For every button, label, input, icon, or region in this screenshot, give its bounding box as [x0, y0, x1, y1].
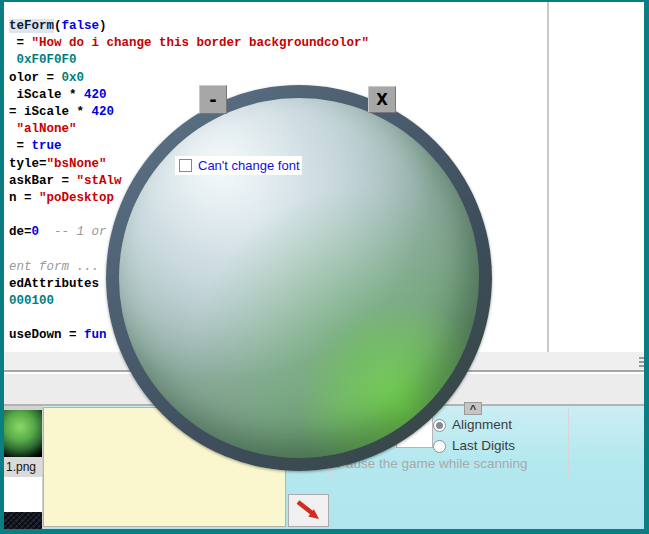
cant-change-font-label: Can't change font — [198, 158, 300, 173]
code-token: "How do i change this border backgroundc… — [32, 36, 370, 50]
code-line: 0xF0F0F0 — [9, 53, 369, 70]
radio-last-digits-label: Last Digits — [452, 438, 515, 453]
thumbnail-filename: 1.png — [4, 457, 42, 477]
font-checkbox-row: Can't change font — [175, 156, 302, 175]
arrow-tool-button[interactable] — [288, 494, 329, 527]
code-token: tyle= — [9, 157, 47, 171]
code-line: = "How do i change this border backgroun… — [9, 36, 369, 53]
code-token: "poDesktop — [39, 191, 114, 205]
app-window: teForm(false) = "How do i change this bo… — [0, 0, 649, 534]
code-token: 420 — [92, 105, 115, 119]
code-token — [39, 225, 54, 239]
code-token: edAttributes — [9, 277, 99, 291]
thumbnail-texture — [4, 512, 42, 529]
cant-change-font-checkbox[interactable] — [179, 159, 192, 172]
code-token: -- 1 or — [54, 225, 107, 239]
minimize-button[interactable]: - — [199, 85, 227, 114]
code-token: fun — [84, 328, 107, 342]
radio-last-digits[interactable] — [433, 440, 446, 453]
code-token: 420 — [84, 88, 107, 102]
window-border-left — [0, 0, 4, 534]
orb-surface — [119, 98, 479, 458]
code-token: true — [32, 139, 62, 153]
editor-splitter[interactable] — [547, 2, 549, 352]
code-token: "bsNone" — [47, 157, 107, 171]
code-token — [9, 53, 17, 67]
window-border-right — [644, 0, 649, 534]
code-token: = iScale * — [9, 105, 92, 119]
collapse-chevron-button[interactable]: ^ — [464, 402, 482, 415]
window-border-bottom — [0, 529, 649, 534]
code-token: "stAlw — [77, 174, 122, 188]
code-token: false — [62, 19, 100, 33]
code-token: askBar = — [9, 174, 77, 188]
code-token: 000100 — [9, 294, 54, 308]
code-token: teForm — [9, 19, 54, 33]
code-token: 0xF0F0F0 — [17, 53, 77, 67]
image-thumbnail[interactable] — [4, 410, 42, 457]
thumbnail-empty-slot — [4, 477, 42, 512]
code-token: useDown = — [9, 328, 84, 342]
radio-selected-dot — [436, 422, 443, 429]
code-token: de= — [9, 225, 32, 239]
code-token: = — [9, 36, 32, 50]
radio-alignment-label: Alignment — [452, 417, 512, 432]
code-token — [9, 122, 17, 136]
code-token: ) — [99, 19, 107, 33]
radio-alignment[interactable] — [433, 419, 446, 432]
code-token: n = — [9, 191, 39, 205]
code-token: olor = — [9, 71, 62, 85]
code-token: ( — [54, 19, 62, 33]
red-arrow-icon — [289, 495, 328, 526]
code-token: ent form ... — [9, 260, 99, 274]
code-line: teForm(false) — [9, 19, 369, 36]
orb-window[interactable] — [106, 85, 492, 471]
code-token: = — [9, 139, 32, 153]
code-token: iScale * — [9, 88, 84, 102]
code-token: 0x0 — [62, 71, 85, 85]
close-button[interactable]: X — [368, 86, 396, 113]
window-border-top — [0, 0, 649, 2]
code-token: "alNone" — [17, 122, 77, 136]
code-token: 0 — [32, 225, 40, 239]
